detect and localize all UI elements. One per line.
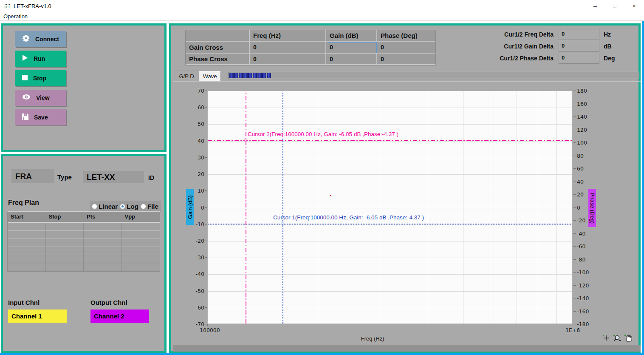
freq-plan-cell[interactable] — [84, 255, 122, 263]
radio-log[interactable]: Log — [120, 203, 138, 210]
phase-tick-label: 120 — [577, 127, 587, 133]
freq-plan-col-header: Vpp — [122, 212, 160, 222]
v-gridline — [492, 91, 492, 324]
cursor-marker[interactable]: × — [281, 221, 284, 226]
cursor-marker[interactable]: × — [244, 138, 247, 142]
freq-plan-cell[interactable] — [8, 231, 46, 239]
plot-area[interactable]: Cursor 1(Freq:100000.00 Hz, Gain: -6.05 … — [207, 91, 573, 324]
tab-wave[interactable]: Wave — [199, 71, 221, 81]
run-button[interactable]: Run — [15, 51, 66, 67]
cursor-delta-unit: Hz — [604, 31, 611, 38]
progress-segment — [239, 73, 243, 78]
cursor-delta-unit: Deg — [604, 55, 615, 62]
freq-plan-cell[interactable] — [122, 223, 160, 230]
cross-table-cell[interactable]: 0 — [250, 54, 326, 65]
freq-plan-cell[interactable] — [122, 231, 160, 239]
freq-plan-cell[interactable] — [84, 247, 122, 255]
phase-tick-label: 60 — [577, 165, 584, 172]
tab-page-bottom-strip — [173, 345, 641, 352]
freq-plan-cell[interactable] — [122, 263, 160, 271]
freq-plan-cell[interactable] — [46, 223, 84, 230]
tab-gpd[interactable]: G/P D — [175, 71, 198, 82]
freq-plan-cell[interactable] — [46, 231, 84, 239]
window-edge-right — [642, 21, 644, 355]
maximize-button[interactable]: □ — [605, 0, 624, 12]
cursor-1-vline[interactable] — [282, 91, 283, 324]
freq-plan-cell[interactable] — [46, 255, 84, 263]
cursor-1-label: Cursor 1(Freq:100000.00 Hz, Gain: -6.05 … — [273, 214, 424, 221]
cursor-delta-label: Cur1/2 Gain Delta — [486, 43, 559, 50]
progress-segment — [234, 73, 238, 78]
phase-tick-mark — [573, 324, 576, 324]
freq-plan-cell[interactable] — [84, 223, 122, 230]
phase-axis-label[interactable]: Phase (Deg) — [588, 189, 596, 227]
phase-tick-mark — [573, 168, 576, 169]
cursor-delta-label: Cur1/2 Freq Delta — [486, 31, 559, 38]
h-gridline — [208, 191, 572, 191]
device-id-field[interactable]: LET-XX — [83, 171, 144, 183]
window-title: LET-xFRA-v1.0 — [14, 3, 51, 9]
zoom-tool-icon[interactable] — [613, 334, 622, 344]
radio-file[interactable]: File — [141, 203, 158, 210]
cursor-delta-value: 0 — [559, 29, 599, 40]
device-type-field[interactable]: FRA — [11, 169, 54, 183]
cross-table-cell[interactable]: 0 — [250, 42, 326, 54]
cross-table-cell[interactable]: 0 — [377, 54, 435, 65]
gain-tick-label: -30 — [189, 254, 204, 261]
cross-table-cell[interactable]: 0 — [377, 42, 435, 54]
pan-tool-icon[interactable] — [624, 334, 633, 344]
h-gridline — [208, 124, 572, 125]
menu-operation[interactable]: Operation — [3, 13, 28, 20]
connect-button[interactable]: Connect — [15, 31, 66, 47]
freq-plan-cell[interactable] — [8, 247, 46, 255]
freq-plan-cell[interactable] — [84, 263, 122, 271]
cursor-2-vline[interactable] — [246, 91, 246, 324]
h-gridline — [208, 291, 572, 292]
gain-tick-mark — [205, 107, 207, 108]
freq-plan-cell[interactable] — [122, 239, 160, 247]
stop-button[interactable]: Stop — [15, 70, 66, 86]
freq-plan-col-header: Pts — [84, 212, 122, 222]
h-gridline — [208, 274, 572, 275]
input-chnl-label: Input Chnl — [8, 299, 40, 306]
output-channel-selector[interactable]: Channel 2 — [90, 310, 149, 323]
progress-segment — [243, 73, 248, 78]
minimize-button[interactable]: – — [585, 0, 605, 12]
crosshair-tool-icon[interactable] — [602, 334, 610, 344]
v-gridline — [556, 91, 557, 324]
freq-plan-cell[interactable] — [46, 239, 84, 247]
freq-plan-cell[interactable] — [84, 239, 122, 247]
cross-table-cell[interactable]: 0 — [326, 54, 377, 65]
freq-axis-label: Freq (Hz) — [330, 335, 415, 342]
save-button[interactable]: Save — [15, 109, 66, 125]
input-channel-selector[interactable]: Channel 1 — [8, 310, 67, 323]
freq-plan-cell[interactable] — [8, 255, 46, 263]
freq-plan-cell[interactable] — [8, 239, 46, 247]
gain-tick-label: -70 — [189, 321, 204, 327]
freq-plan-cell[interactable] — [122, 247, 160, 255]
freq-plan-cell[interactable] — [8, 263, 46, 271]
gain-tick-label: -10 — [189, 221, 204, 227]
freq-plan-row — [8, 263, 160, 271]
radio-linear[interactable]: Linear — [92, 203, 118, 210]
phase-tick-label: 80 — [577, 153, 584, 159]
cursor-1-hline[interactable] — [208, 224, 572, 224]
play-icon — [22, 55, 28, 62]
cursor-delta-readouts: Cur1/2 Freq Delta0HzCur1/2 Gain Delta0dB… — [486, 28, 615, 64]
freq-tick-label: 1E+6 — [565, 327, 580, 333]
freq-plan-cell[interactable] — [122, 255, 160, 263]
cross-table-cell[interactable]: 0 — [326, 42, 377, 54]
gain-tick-label: -40 — [189, 271, 204, 277]
gain-tick-label: -20 — [189, 238, 204, 244]
freq-plan-cell[interactable] — [8, 223, 46, 230]
phase-tick-label: -40 — [577, 230, 585, 237]
phase-tick-mark — [573, 311, 576, 312]
freq-plan-cell[interactable] — [46, 263, 84, 271]
freq-plan-cell[interactable] — [46, 247, 84, 255]
freq-plan-cell[interactable] — [84, 231, 122, 239]
gain-tick-mark — [205, 291, 207, 291]
radio-dot-log — [120, 204, 125, 209]
view-button[interactable]: View — [15, 90, 66, 106]
close-button[interactable]: × — [624, 0, 644, 12]
cursor-2-hline[interactable] — [208, 140, 572, 141]
